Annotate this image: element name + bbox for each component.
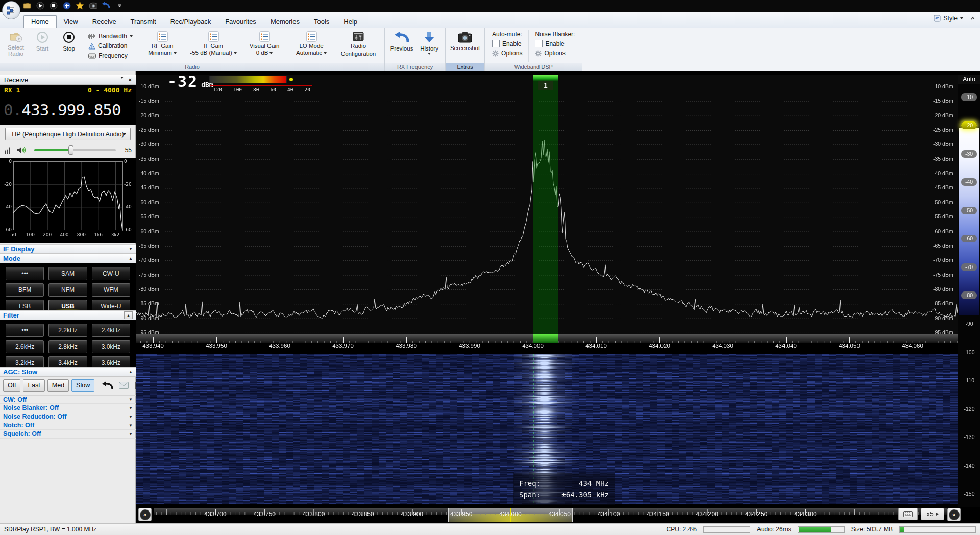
ribbon-collapse-icon[interactable] [970,15,976,21]
tab-rec-playback[interactable]: Rec/Playback [163,16,218,28]
filter-button-dots[interactable]: ••• [6,324,44,337]
select-radio-button[interactable]: Select Radio [3,29,29,63]
mode-button-bfm[interactable]: BFM [6,283,44,297]
scroll-left-button[interactable]: « [138,508,152,521]
undo-icon[interactable] [102,1,111,10]
camera-icon[interactable] [89,1,97,10]
style-control[interactable]: Style [934,15,976,22]
previous-button[interactable]: Previous [387,29,416,63]
noise-blanker-title: Noise Blanker: [535,31,575,38]
waterfall-level-scale[interactable]: Auto -10-20-30-40-50-60-70-80-90-100-110… [958,75,980,507]
radio-configuration-button[interactable]: Radio Configuration [335,29,382,63]
agc-button-med[interactable]: Med [47,379,69,392]
spectrum-freq-label: 434.020 [643,343,676,349]
tab-transmit[interactable]: Transmit [124,16,163,28]
automute-options-button[interactable]: Options [492,50,522,57]
panel-close-icon[interactable]: × [129,77,132,83]
auto-level-button[interactable]: Auto [958,75,980,84]
level-scale-pill[interactable]: -20 [961,121,977,129]
volume-slider[interactable] [34,149,116,151]
stop-icon[interactable] [49,1,58,10]
start-button[interactable]: Start [29,29,56,63]
mode-button-wfm[interactable]: WFM [92,283,130,297]
section-agc[interactable]: AGC: Slow ▲ [0,367,136,377]
agc-button-off[interactable]: Off [3,379,20,392]
tuned-filter-band[interactable]: 1 [533,75,558,334]
tab-favourites[interactable]: Favourites [218,16,263,28]
open-folder-icon[interactable] [22,1,31,10]
noise-blanker-options-button[interactable]: Options [535,50,575,57]
chevron-up-icon: ▲ [129,370,133,374]
rx-marker-badge[interactable]: 1 [538,81,553,90]
noise-blanker-enable-checkbox[interactable]: Enable [535,40,575,47]
equalizer-icon[interactable] [4,147,12,154]
history-button[interactable]: History [416,29,443,63]
section-if-display[interactable]: IF Display ▼ [0,244,136,254]
frequency-display[interactable]: 0.433.999.850 [0,95,136,125]
tab-view[interactable]: View [57,16,85,28]
envelope-icon[interactable] [119,382,129,389]
mode-label: Mode [3,255,20,262]
mode-button-dots[interactable]: ••• [6,267,44,280]
section-noise-reduction[interactable]: Noise Reduction: Off▼ [0,412,136,421]
navigator-freq-label: 434.100 [591,510,627,518]
tab-memories[interactable]: Memories [263,16,307,28]
section-squelch[interactable]: Squelch: Off▼ [0,430,136,439]
checkbox-icon [492,40,500,47]
tab-home[interactable]: Home [23,15,57,28]
keyboard-entry-button[interactable] [898,508,918,520]
receive-panel: Receive × RX 1 0 - 4000 Hz 0.433.999.850… [0,71,136,523]
legend-tick: -120 [210,87,222,92]
screenshot-button[interactable]: Screenshot [448,29,482,63]
automute-enable-checkbox[interactable]: Enable [492,40,522,47]
mode-button-cw-u[interactable]: CW-U [92,267,130,280]
bandwidth-button[interactable]: Bandwidth [88,33,133,40]
section-filter[interactable]: Filter ▲ [0,310,136,320]
stop-button[interactable]: Stop [56,29,82,63]
filter-button-2-6khz[interactable]: 2.6kHz [6,340,44,353]
zoom-factor-button[interactable]: x5 [921,508,944,520]
section-cw[interactable]: CW: Off▼ [0,395,136,404]
collapse-button[interactable]: ▲ [124,311,133,319]
filter-button-3-0khz[interactable]: 3.0kHz [92,340,130,353]
chevron-down-icon: ▼ [129,423,133,428]
favourite-star-icon[interactable] [76,1,84,10]
mode-button-sam[interactable]: SAM [48,267,87,280]
db-axis-label-left: -30 dBm [139,141,165,147]
lo-mode-button[interactable]: LO Mode Automatic [288,29,335,63]
calibration-button[interactable]: Calibration [88,42,133,50]
legend-tick: -100 [230,87,242,92]
qat-dropdown-icon[interactable] [115,1,124,10]
db-axis-label-left: -40 dBm [139,170,165,176]
if-gain-button[interactable]: IF Gain -55 dB (Manual) [186,29,241,63]
audio-device-select[interactable]: HP (Périphérique High Definition Audio) [5,128,131,140]
filter-button-2-4khz[interactable]: 2.4kHz [92,324,130,337]
legend-tick: -80 [250,87,259,92]
navigator-freq-label: 433.800 [296,510,332,518]
agc-button-slow[interactable]: Slow [71,379,94,392]
play-icon[interactable] [36,1,44,10]
panel-dropdown-icon[interactable] [120,77,124,79]
add-icon[interactable] [62,1,71,10]
power-value: -32 [167,72,198,90]
tab-help[interactable]: Help [336,16,364,28]
agc-reset-icon[interactable] [102,381,113,390]
agc-button-fast[interactable]: Fast [23,379,44,392]
speaker-icon[interactable] [17,146,27,154]
filter-button-2-2khz[interactable]: 2.2kHz [48,324,87,337]
section-notch[interactable]: Notch: Off▼ [0,421,136,430]
rf-gain-button[interactable]: RF Gain Minimum [139,29,186,63]
section-mode[interactable]: Mode ▲ [0,254,136,263]
app-menu-button[interactable] [2,1,20,19]
level-scale-pill: -40 [961,178,977,186]
scroll-right-button[interactable]: » [947,508,961,521]
mode-button-nfm[interactable]: NFM [48,283,87,297]
visual-gain-button[interactable]: Visual Gain 0 dB [241,29,288,63]
volume-slider-handle[interactable] [68,145,74,155]
section-noise-blanker[interactable]: Noise Blanker: Off▼ [0,404,136,412]
receive-panel-header[interactable]: Receive × [0,75,136,85]
tab-receive[interactable]: Receive [85,16,124,28]
filter-button-2-8khz[interactable]: 2.8kHz [48,340,87,353]
tab-tools[interactable]: Tools [307,16,336,28]
frequency-button[interactable]: Frequency [88,52,133,59]
